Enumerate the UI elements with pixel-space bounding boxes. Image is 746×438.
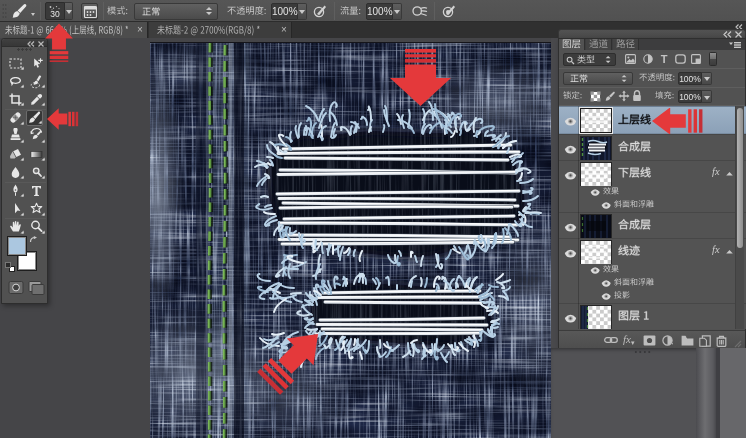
layer-row[interactable] [559,134,746,160]
tool-dodge[interactable] [27,164,45,180]
quick-mask-button[interactable] [8,280,24,295]
effect-name[interactable] [614,200,654,209]
effect-visibility-eye-icon[interactable] [601,201,614,211]
filter-pixel-layers-icon[interactable] [625,54,636,64]
layer-row[interactable]: fx [559,160,746,186]
layer-row[interactable] [559,212,746,238]
foreground-color-swatch[interactable] [7,236,27,256]
collapse-panel-icon[interactable] [27,41,35,47]
layer-row[interactable]: fx [559,238,746,264]
tablet-pressure-size-icon[interactable] [441,3,457,19]
brush-preset-dropdown-button[interactable] [65,2,73,20]
layer-name[interactable] [618,141,651,153]
layer-visibility-eye-icon[interactable] [564,248,577,258]
tab-paths[interactable] [613,39,639,50]
tool-eraser[interactable] [6,146,24,162]
tab-channels[interactable] [586,39,612,50]
layer-visibility-eye-icon[interactable] [564,313,577,323]
new-adjustment-layer-icon[interactable]: ▾ [662,335,673,346]
effect-name[interactable] [614,278,654,287]
tool-preset-dropdown-icon[interactable] [31,13,35,18]
layer-thumbnail[interactable] [581,109,611,132]
dock-divider-grip[interactable] [634,350,652,354]
panel-opacity-value[interactable]: 100% [678,72,702,85]
document-canvas[interactable] [150,42,551,438]
panel-resize-grip-icon[interactable] [734,340,742,348]
effect-row[interactable] [559,199,746,212]
layer-thumbnail[interactable] [581,306,611,329]
layer-name[interactable] [618,167,651,179]
tools-panel-header[interactable] [2,39,47,47]
effect-row[interactable] [559,277,746,290]
layer-visibility-eye-icon[interactable] [564,116,577,126]
tab-layers[interactable] [559,39,585,50]
layer-fx-badge[interactable]: fx [712,244,720,255]
layer-thumbnail[interactable] [581,241,611,264]
effect-row[interactable] [559,290,746,303]
layer-thumbnail[interactable] [581,215,611,238]
effect-visibility-eye-icon[interactable] [590,188,603,198]
dock-collapse-icon[interactable] [723,31,732,38]
tool-custom-shape[interactable] [27,201,45,217]
lock-pixels-icon[interactable] [604,91,616,102]
tool-pen[interactable] [6,182,24,198]
tool-blur[interactable] [6,164,24,180]
tool-clone-stamp[interactable] [6,128,24,144]
flow-dropdown-button[interactable] [393,3,402,20]
new-group-icon[interactable] [681,335,694,346]
tablet-pressure-opacity-icon[interactable] [312,3,328,19]
brush-preset-picker[interactable]: 30 [45,2,65,20]
layer-visibility-eye-icon[interactable] [564,222,577,232]
layer-row[interactable] [559,303,746,329]
tool-zoom[interactable] [27,219,45,235]
tab-close-icon[interactable]: × [281,24,287,35]
panel-menu-icon[interactable] [729,42,741,48]
filter-shape-layers-icon[interactable] [675,54,686,64]
opacity-dropdown-button[interactable] [298,3,307,20]
mode-select[interactable] [134,3,218,20]
tool-type[interactable] [27,182,45,198]
tool-lasso[interactable] [6,73,24,89]
tool-hand[interactable] [6,219,24,235]
filter-smart-objects-icon[interactable] [691,54,701,64]
effect-visibility-eye-icon[interactable] [601,292,614,302]
brush-tool-preset-icon[interactable] [10,2,30,20]
opacity-value[interactable]: 100% [271,3,298,20]
layer-style-icon[interactable]: fx▾ [623,333,634,347]
scrollbar-thumb[interactable] [737,108,743,248]
lock-transparent-icon[interactable] [590,91,601,102]
document-tab-1[interactable]: × [0,22,148,38]
layer-name[interactable] [618,245,640,257]
tools-panel-grip[interactable] [17,48,33,51]
tool-history-brush[interactable] [27,128,45,144]
layer-name[interactable] [618,310,649,322]
collapse-effects-icon[interactable] [725,248,734,256]
layer-visibility-eye-icon[interactable] [564,144,577,154]
lock-position-icon[interactable] [618,90,630,102]
dock-divider-bar[interactable] [696,348,716,438]
close-panel-icon[interactable] [38,41,44,47]
default-colors-icon[interactable] [5,262,15,272]
layer-thumbnail[interactable] [581,137,611,160]
tool-brush[interactable] [26,110,43,126]
layer-fx-badge[interactable]: fx [712,166,720,177]
effect-row[interactable] [559,264,746,277]
effect-visibility-eye-icon[interactable] [590,266,603,276]
tool-quick-selection[interactable] [27,73,45,89]
layer-thumbnail[interactable] [581,163,611,186]
tool-gradient[interactable] [27,146,45,162]
effect-name[interactable] [603,187,619,196]
options-grip-icon[interactable] [2,3,7,19]
delete-layer-icon[interactable] [716,335,727,347]
layers-scrollbar[interactable] [735,106,744,330]
blend-mode-select[interactable] [563,72,633,85]
tool-path-selection[interactable] [6,201,24,217]
tool-move[interactable] [27,55,45,71]
layer-visibility-eye-icon[interactable] [564,170,577,180]
add-layer-mask-icon[interactable] [643,335,656,346]
dock-close-icon[interactable] [735,31,742,38]
tool-crop[interactable] [6,91,24,107]
lock-all-icon[interactable] [632,90,642,102]
effect-visibility-eye-icon[interactable] [601,279,614,289]
fill-dropdown[interactable] [702,90,712,103]
